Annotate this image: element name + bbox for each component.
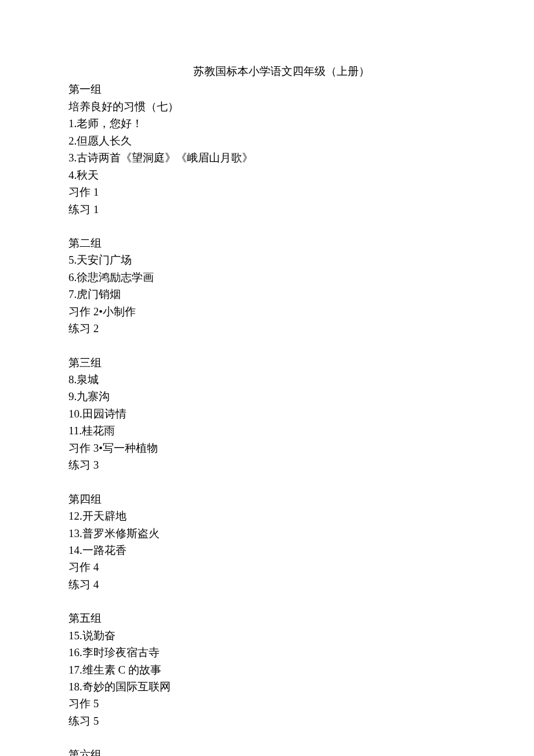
list-item: 5.天安门广场 (68, 251, 534, 268)
list-item: 练习 4 (68, 576, 534, 593)
list-item: 2.但愿人长久 (68, 132, 534, 149)
document-title: 苏教国标本小学语文四年级（上册） (68, 63, 534, 80)
group-header: 第二组 (68, 235, 534, 251)
group-section: 第一组培养良好的习惯（七）1.老师，您好！2.但愿人长久3.古诗两首《望洞庭》《… (68, 81, 534, 218)
list-item: 18.奇妙的国际互联网 (68, 678, 534, 695)
list-item: 13.普罗米修斯盗火 (68, 525, 534, 542)
list-item: 6.徐悲鸿励志学画 (68, 269, 534, 286)
list-item: 16.李时珍夜宿古寺 (68, 644, 534, 661)
list-item: 4.秋天 (68, 167, 534, 183)
list-item: 12.开天辟地 (68, 507, 534, 524)
list-item: 习作 3•写一种植物 (68, 440, 534, 456)
list-item: 11.桂花雨 (68, 422, 534, 439)
group-section: 第五组15.说勤奋16.李时珍夜宿古寺17.维生素 C 的故事18.奇妙的国际互… (68, 610, 534, 729)
list-item: 10.田园诗情 (68, 405, 534, 422)
group-header: 第四组 (68, 491, 534, 507)
list-item: 习作 2•小制作 (68, 303, 534, 320)
group-section: 第二组5.天安门广场6.徐悲鸿励志学画7.虎门销烟习作 2•小制作练习 2 (68, 235, 534, 337)
group-header: 第六组 (68, 746, 534, 756)
group-header: 第一组 (68, 81, 534, 98)
list-item: 14.一路花香 (68, 542, 534, 559)
group-section: 第六组19.诚实和信任20.珍珠鸟21.九色鹿 (68, 746, 534, 756)
list-item: 3.古诗两首《望洞庭》《峨眉山月歌》 (68, 149, 534, 166)
group-header: 第三组 (68, 354, 534, 371)
list-item: 习作 5 (68, 695, 534, 712)
group-section: 第三组8.泉城9.九寨沟10.田园诗情11.桂花雨习作 3•写一种植物练习 3 (68, 354, 534, 474)
document-content: 第一组培养良好的习惯（七）1.老师，您好！2.但愿人长久3.古诗两首《望洞庭》《… (68, 81, 534, 756)
list-item: 培养良好的习惯（七） (68, 98, 534, 115)
group-header: 第五组 (68, 610, 534, 627)
list-item: 7.虎门销烟 (68, 286, 534, 303)
list-item: 练习 2 (68, 320, 534, 337)
list-item: 9.九寨沟 (68, 388, 534, 405)
list-item: 习作 4 (68, 559, 534, 575)
list-item: 17.维生素 C 的故事 (68, 661, 534, 678)
list-item: 1.老师，您好！ (68, 115, 534, 132)
group-section: 第四组12.开天辟地13.普罗米修斯盗火14.一路花香习作 4练习 4 (68, 491, 534, 593)
list-item: 8.泉城 (68, 371, 534, 388)
list-item: 习作 1 (68, 183, 534, 200)
list-item: 练习 3 (68, 456, 534, 473)
list-item: 15.说勤奋 (68, 627, 534, 644)
list-item: 练习 5 (68, 712, 534, 729)
list-item: 练习 1 (68, 201, 534, 218)
